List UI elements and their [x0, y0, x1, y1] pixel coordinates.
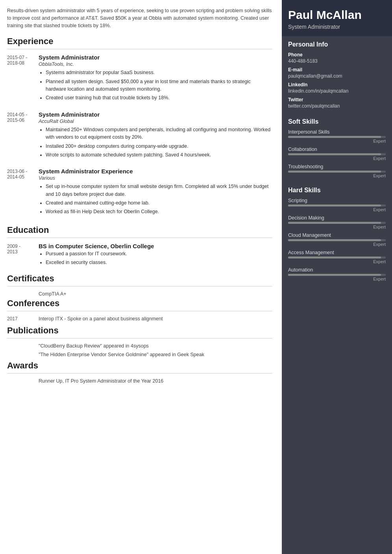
conferences-title: Conferences — [7, 298, 272, 309]
exp-date: 2014-05 -2015-06 — [7, 111, 39, 160]
exp-job-title: System Administrator — [39, 111, 272, 118]
skill-level: Expert — [288, 259, 386, 264]
skill-item: Automation Expert — [288, 267, 386, 281]
skill-item: Decision Making Expert — [288, 215, 386, 229]
skill-bar-fill — [288, 204, 381, 206]
skill-bar-bg — [288, 239, 386, 241]
publications-section: Publications "CloudBerry Backup Review" … — [7, 325, 272, 357]
certificates-section: Certificates CompTIA A+ — [7, 273, 272, 297]
skill-item: Cloud Management Expert — [288, 232, 386, 247]
skill-name: Collaboration — [288, 147, 386, 152]
awards-section: Awards Runner Up, IT Pro System Administ… — [7, 361, 272, 384]
exp-content: System Administrator AccuRalt Global Mai… — [39, 111, 272, 160]
skill-bar-bg — [288, 153, 386, 155]
skill-bar-bg — [288, 171, 386, 173]
skill-name: Cloud Management — [288, 232, 386, 238]
experience-entries: 2015-07 -2018-08 System Administrator Ob… — [7, 54, 272, 217]
list-item: Created and maintained cutting-edge home… — [46, 199, 272, 207]
exp-job-title: System Administrator Experience — [39, 168, 272, 175]
certificates-title: Certificates — [7, 273, 272, 284]
right-column: Paul McAllan System Administrator Person… — [282, 0, 392, 554]
exp-bullets: Systems administrator for popular SaaS b… — [39, 69, 272, 102]
skill-item: Troubleshooting Expert — [288, 164, 386, 178]
list-item: Created user training hub that cut troub… — [46, 94, 272, 102]
skill-bar-fill — [288, 171, 381, 173]
list-item: Excelled in security classes. — [46, 259, 272, 266]
conferences-entries: 2017 Interop ITX - Spoke on a panel abou… — [7, 316, 272, 322]
exp-date: 2013-06 -2014-05 — [7, 168, 39, 217]
certificates-entries: CompTIA A+ — [7, 291, 272, 297]
publications-entries: "CloudBerry Backup Review" appeared in 4… — [7, 343, 272, 357]
table-row: 2009 -2013 BS in Computer Science, Oberl… — [7, 243, 272, 268]
hard-skills-title: Hard Skills — [288, 187, 386, 194]
table-row: 2015-07 -2018-08 System Administrator Ob… — [7, 54, 272, 103]
soft-skills-bars: Interpersonal Skills Expert Collaboratio… — [288, 129, 386, 178]
awards-divider — [7, 373, 272, 374]
exp-content: System Administrator Experience Various … — [39, 168, 272, 217]
list-item: Set up in-house computer system for smal… — [46, 183, 272, 198]
conferences-divider — [7, 311, 272, 311]
edu-bullets: Pursued a passion for IT coursework.Exce… — [39, 250, 272, 267]
skill-level: Expert — [288, 207, 386, 212]
skill-level: Expert — [288, 277, 386, 281]
twitter-label: Twitter — [288, 97, 386, 102]
skill-bar-bg — [288, 222, 386, 224]
skill-bar-bg — [288, 257, 386, 258]
list-item: Installed 200+ desktop computers during … — [46, 143, 272, 150]
edu-title: BS in Computer Science, Oberlin College — [39, 243, 272, 249]
table-row: 2014-05 -2015-06 System Administrator Ac… — [7, 111, 272, 160]
phone-label: Phone — [288, 52, 386, 58]
skill-item: Collaboration Expert — [288, 147, 386, 161]
conf-year: 2017 — [7, 316, 39, 322]
list-item: CompTIA A+ — [7, 291, 272, 297]
left-column: Results-driven system administrator with… — [0, 0, 282, 554]
exp-company: AccuRalt Global — [39, 119, 272, 124]
exp-date: 2015-07 -2018-08 — [7, 54, 39, 103]
list-item: Wrote scripts to automate scheduled syst… — [46, 151, 272, 159]
soft-skills-title: Soft Skills — [288, 118, 386, 125]
email-value: paulqmcallan@gmail.com — [288, 73, 386, 79]
skill-bar-fill — [288, 153, 381, 155]
skill-bar-bg — [288, 204, 386, 206]
publications-title: Publications — [7, 325, 272, 336]
table-row: 2013-06 -2014-05 System Administrator Ex… — [7, 168, 272, 217]
personal-info-title: Personal Info — [288, 41, 386, 48]
skill-name: Troubleshooting — [288, 164, 386, 169]
education-title: Education — [7, 225, 272, 235]
twitter-value: twitter.com/paulqmcallan — [288, 103, 386, 109]
exp-bullets: Maintained 250+ Windows computers and pe… — [39, 126, 272, 159]
conf-text: Interop ITX - Spoke on a panel about bus… — [39, 316, 163, 322]
list-item: Worked as fill-in Help Desk tech for Obe… — [46, 208, 272, 216]
skill-bar-fill — [288, 257, 381, 258]
person-job-title: System Administrator — [288, 24, 386, 30]
list-item: Runner Up, IT Pro System Administrator o… — [7, 378, 272, 384]
education-divider — [7, 238, 272, 238]
awards-title: Awards — [7, 361, 272, 371]
conferences-section: Conferences 2017 Interop ITX - Spoke on … — [7, 298, 272, 322]
list-item: Pursued a passion for IT coursework. — [46, 250, 272, 258]
skill-name: Scripting — [288, 198, 386, 203]
experience-divider — [7, 49, 272, 49]
hard-skills-section: Hard Skills Scripting Expert Decision Ma… — [282, 182, 392, 285]
exp-bullets: Set up in-house computer system for smal… — [39, 183, 272, 216]
skill-bar-fill — [288, 136, 381, 138]
hard-skills-bars: Scripting Expert Decision Making Expert … — [288, 198, 386, 281]
personal-info-section: Personal Info Phone 440-488-5183 E-mail … — [282, 36, 392, 113]
skill-item: Scripting Expert — [288, 198, 386, 212]
skill-bar-fill — [288, 222, 381, 224]
edu-date: 2009 -2013 — [7, 243, 39, 268]
skill-level: Expert — [288, 242, 386, 247]
exp-job-title: System Administrator — [39, 54, 272, 61]
certificates-divider — [7, 286, 272, 286]
summary-text: Results-driven system administrator with… — [7, 7, 272, 29]
skill-name: Decision Making — [288, 215, 386, 221]
experience-title: Experience — [7, 36, 272, 46]
skill-level: Expert — [288, 225, 386, 229]
publications-divider — [7, 338, 272, 338]
skill-name: Access Management — [288, 250, 386, 255]
education-entries: 2009 -2013 BS in Computer Science, Oberl… — [7, 243, 272, 268]
skill-name: Automation — [288, 267, 386, 273]
skill-bar-bg — [288, 274, 386, 276]
edu-content: BS in Computer Science, Oberlin College … — [39, 243, 272, 268]
skill-level: Expert — [288, 173, 386, 178]
